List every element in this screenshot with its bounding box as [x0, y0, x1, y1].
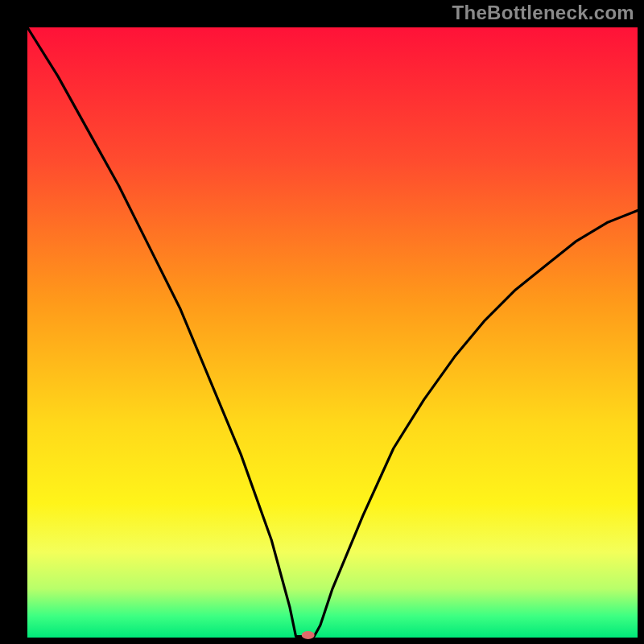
minimum-marker: [302, 631, 315, 639]
gradient-background: [27, 27, 638, 638]
watermark-text: TheBottleneck.com: [452, 2, 634, 24]
bottleneck-chart: [0, 0, 644, 644]
